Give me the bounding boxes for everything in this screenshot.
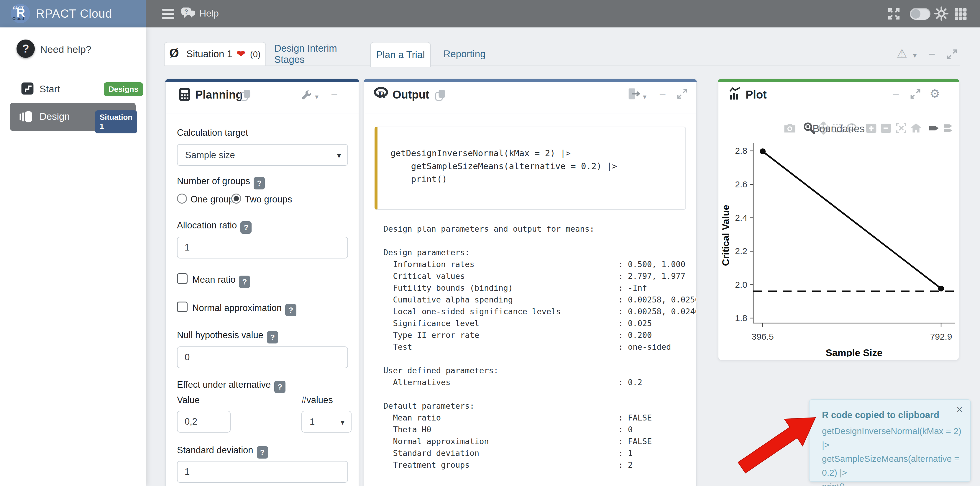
favorite-heart-icon[interactable]: ❤: [237, 48, 245, 60]
x-tick-label: 396.5: [752, 331, 774, 341]
tab-design-interim-stages[interactable]: Design Interim Stages: [274, 42, 369, 66]
theme-toggle[interactable]: [910, 8, 931, 20]
planning-panel: Planning ▾ − Calculation target Sample s…: [165, 79, 359, 486]
close-icon[interactable]: ×: [956, 403, 963, 416]
chart-line: [763, 151, 941, 288]
radio-two-groups[interactable]: [231, 194, 241, 204]
r-logo-icon: R: [373, 86, 389, 100]
help-badge-icon[interactable]: ?: [267, 331, 278, 344]
lasso-select-icon[interactable]: [845, 121, 858, 135]
tab-plan-a-trial[interactable]: Plan a Trial: [370, 42, 431, 67]
allocation-ratio-input[interactable]: [177, 237, 348, 258]
autoscale-icon[interactable]: [895, 121, 908, 135]
minimize-output-icon[interactable]: −: [659, 90, 666, 99]
effect-under-alternative-label: Effect under alternative?: [177, 379, 285, 393]
y-tick-label: 2.4: [735, 213, 747, 223]
help-button[interactable]: ? Help: [180, 6, 219, 20]
chart-point: [760, 148, 765, 155]
y-tick-label: 2.6: [735, 179, 747, 189]
two-groups-label: Two groups: [245, 194, 292, 205]
need-help-link[interactable]: Need help?: [40, 44, 91, 55]
question-mark-icon[interactable]: ?: [16, 40, 35, 58]
tab-reporting[interactable]: Reporting: [441, 42, 488, 66]
null-hypothesis-input[interactable]: [177, 346, 348, 368]
effect-value-input[interactable]: [177, 411, 231, 433]
expand-output-icon[interactable]: [676, 88, 688, 100]
help-badge-icon[interactable]: ?: [240, 221, 251, 234]
pan-icon[interactable]: [817, 121, 830, 135]
situation-title: Situation 1: [186, 48, 232, 60]
clipboard-toast: × R code copied to clipboard getDesignIn…: [809, 399, 971, 482]
mean-ratio-checkbox[interactable]: [177, 273, 188, 284]
x-tick-label: 792.9: [930, 331, 952, 341]
expand-situation-icon[interactable]: [946, 48, 958, 60]
chevron-down-icon: ▾: [340, 418, 344, 427]
chevron-down-icon: ▾: [337, 151, 341, 160]
toast-title: R code copied to clipboard: [822, 410, 939, 421]
y-axis-label: Critical Value: [721, 205, 731, 266]
y-tick-label: 2.8: [735, 146, 747, 156]
num-values-select[interactable]: 1 ▾: [301, 411, 352, 433]
toggle-knob: [911, 9, 920, 19]
zoom-icon[interactable]: [803, 121, 816, 135]
box-select-icon[interactable]: [831, 121, 844, 135]
export-icon[interactable]: [627, 88, 640, 100]
zoom-out-icon[interactable]: [880, 121, 892, 135]
help-badge-icon[interactable]: ?: [239, 276, 250, 288]
copy-icon[interactable]: [434, 89, 447, 102]
situation-header: Ø Situation 1 ❤ (0): [164, 42, 266, 65]
num-values-label: #values: [301, 395, 333, 405]
reset-axes-home-icon[interactable]: [910, 121, 923, 135]
calculator-icon: [178, 88, 191, 102]
standard-deviation-input[interactable]: [177, 461, 348, 483]
hover-closest-icon[interactable]: [928, 121, 941, 135]
normal-approximation-checkbox[interactable]: [177, 301, 188, 312]
zoom-in-icon[interactable]: [865, 121, 878, 135]
plot-settings-gears-icon[interactable]: ⚙: [929, 87, 940, 100]
fullscreen-arrows-icon[interactable]: [887, 7, 900, 21]
minimize-plot-icon[interactable]: −: [892, 90, 899, 99]
brand-area[interactable]: PACT R Cloud RPACT Cloud: [0, 0, 146, 27]
r-code-block[interactable]: getDesignInverseNormal(kMax = 2) |> getS…: [375, 127, 686, 210]
help-badge-icon[interactable]: ?: [254, 177, 265, 190]
x-axis-label: Sample Size: [826, 347, 883, 357]
y-tick-label: 1.8: [735, 313, 747, 323]
wrench-icon[interactable]: [301, 90, 313, 101]
expand-plot-icon[interactable]: [910, 88, 921, 100]
standard-deviation-label: Standard deviation?: [177, 445, 268, 459]
mean-ratio-label: Mean ratio?: [192, 274, 250, 288]
hover-compare-icon[interactable]: [942, 121, 955, 135]
wrench-caret-icon[interactable]: ▾: [315, 92, 318, 101]
planning-title: Planning: [195, 89, 242, 101]
number-of-groups-label: Number of groups?: [177, 176, 265, 190]
chart-icon: [729, 87, 742, 100]
start-icon: [21, 82, 34, 95]
export-caret-icon[interactable]: ▾: [643, 92, 646, 101]
calculation-target-label: Calculation target: [177, 127, 248, 138]
apps-grid-icon[interactable]: [954, 7, 967, 21]
allocation-ratio-label: Allocation ratio?: [177, 220, 251, 234]
help-badge-icon[interactable]: ?: [274, 381, 285, 393]
rpact-cloud-app: PACT R Cloud RPACT Cloud ? Help: [0, 0, 980, 486]
radio-one-group[interactable]: [177, 194, 187, 204]
camera-icon[interactable]: [783, 121, 796, 135]
situation-badge: Situation 1: [95, 110, 137, 133]
boundaries-chart[interactable]: 1.82.02.22.42.62.8396.5792.9Critical Val…: [721, 136, 957, 357]
minimize-situation-icon[interactable]: −: [928, 49, 935, 59]
help-badge-icon[interactable]: ?: [285, 304, 296, 316]
minimize-planning-icon[interactable]: −: [331, 90, 338, 99]
warning-icon[interactable]: ⚠: [897, 47, 907, 60]
hamburger-menu-icon[interactable]: [162, 9, 174, 19]
calculation-target-select[interactable]: Sample size ▾: [177, 144, 348, 166]
warning-caret-icon[interactable]: ▾: [913, 51, 916, 60]
copy-icon[interactable]: [239, 89, 252, 102]
sidebar-item-design[interactable]: Design Situation 1: [10, 103, 136, 131]
value-label: Value: [177, 395, 200, 405]
favorite-count: (0): [250, 49, 261, 59]
help-badge-icon[interactable]: ?: [257, 446, 268, 459]
plot-panel: Plot − ⚙: [718, 79, 959, 360]
rpact-logo-icon: PACT R Cloud: [11, 4, 30, 23]
brightness-settings-icon[interactable]: [934, 6, 948, 21]
sidebar: ? Need help? Start Designs Design Situat…: [0, 27, 146, 486]
sidebar-item-label: Design: [40, 111, 70, 122]
